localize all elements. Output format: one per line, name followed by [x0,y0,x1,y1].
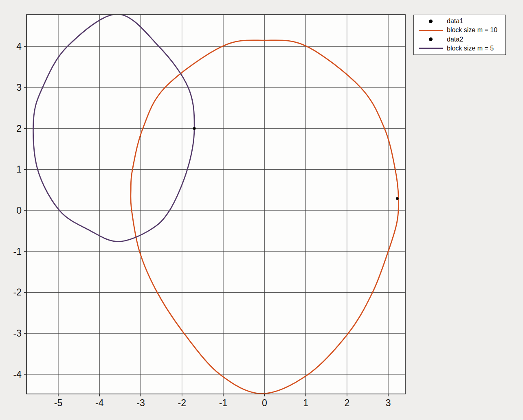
x-tick-label: -4 [95,398,104,408]
x-tick-label: 3 [386,398,391,408]
y-tick-label: -3 [13,328,22,339]
x-tick-label: 2 [344,398,349,408]
x-tick-label: 1 [303,398,308,408]
axes-background [26,15,405,394]
y-axis-tick-labels: -4-3-2-101234 [13,41,22,380]
y-tick-label: -4 [13,369,22,380]
y-tick-label: 0 [16,205,22,216]
legend-label: block size m = 5 [447,45,494,52]
y-tick-label: 4 [16,41,22,52]
x-tick-label: -1 [219,398,227,408]
x-tick-label: -2 [178,398,186,408]
data-point-data1 [396,197,399,200]
legend-line-sample-icon [417,30,444,31]
legend-entry-data1[interactable]: data1 [414,17,505,26]
plot-canvas[interactable]: -5-4-3-2-10123-4-3-2-101234 [0,0,523,420]
legend[interactable]: data1 block size m = 10 data2 block size… [413,15,506,55]
x-tick-label: -5 [54,398,62,408]
y-tick-label: -2 [13,287,22,298]
legend-label: data1 [447,18,463,25]
data-point-data2 [193,127,196,130]
legend-entry-data2[interactable]: data2 [414,35,505,44]
legend-label: data2 [447,36,463,43]
legend-entry-m5[interactable]: block size m = 5 [414,44,505,53]
legend-label: block size m = 10 [447,26,497,34]
y-tick-label: -1 [13,246,22,257]
y-tick-label: 2 [16,123,22,134]
x-axis-tick-labels: -5-4-3-2-10123 [54,398,391,408]
legend-dot-marker-icon [417,37,444,41]
x-tick-label: 0 [262,398,267,408]
y-tick-label: 3 [16,82,22,93]
legend-entry-m10[interactable]: block size m = 10 [414,26,505,35]
figure-window: -5-4-3-2-10123-4-3-2-101234 data1 block … [0,0,523,420]
legend-dot-marker-icon [417,20,444,23]
legend-line-sample-icon [417,48,444,49]
x-tick-label: -3 [136,398,145,408]
y-tick-label: 1 [16,164,22,175]
